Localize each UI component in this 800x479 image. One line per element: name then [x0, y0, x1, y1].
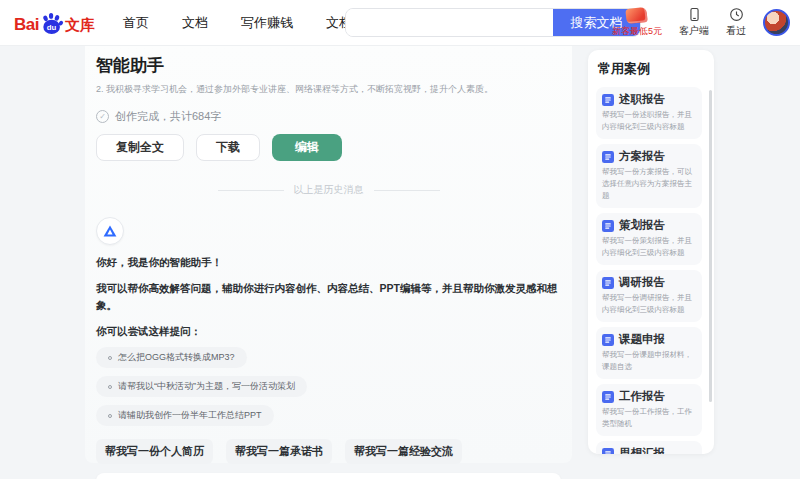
- document-icon: [602, 151, 614, 163]
- header: Bai du 文库 首页文档写作赚钱文档工具更多 搜索文档 新客最低5元: [0, 0, 800, 45]
- divider-line: [374, 190, 440, 191]
- bullet-circle-icon: [108, 385, 112, 389]
- case-title: 工作报告: [619, 390, 665, 403]
- history-divider: 以上是历史消息: [96, 183, 561, 197]
- assistant-message: 你好，我是你的智能助手！ 我可以帮你高效解答问题，辅助你进行内容创作、内容总结、…: [96, 217, 561, 426]
- quick-prompt-row: 帮我写一份个人简历帮我写一篇承诺书帮我写一篇经验交流: [96, 439, 561, 464]
- viewed-history-entry[interactable]: 看过: [726, 7, 746, 38]
- search-bar: 搜索文档: [345, 8, 641, 37]
- check-circle-icon: ✓: [96, 110, 109, 123]
- document-icon: [602, 391, 614, 403]
- header-actions: 新客最低5元 客户端 看过: [612, 0, 790, 45]
- message-input[interactable]: [96, 473, 511, 479]
- user-avatar[interactable]: [763, 9, 790, 36]
- case-card-header: 调研报告: [602, 276, 697, 289]
- nav-item[interactable]: 文档: [182, 14, 208, 32]
- copy-full-text-button[interactable]: 复制全文: [96, 134, 184, 161]
- case-title: 策划报告: [619, 219, 665, 232]
- sidebar-scrollbar[interactable]: [709, 90, 712, 402]
- suggestion-chip[interactable]: 请辅助我创作一份半年工作总结PPT: [96, 405, 274, 426]
- case-description: 帮我写一份工作报告，工作类型随机: [602, 406, 697, 430]
- case-card[interactable]: 思想汇报 帮我写一份思想汇报: [596, 441, 702, 454]
- clock-icon: [729, 7, 744, 22]
- document-icon: [602, 220, 614, 232]
- quick-prompt-chip[interactable]: 帮我写一篇经验交流: [345, 439, 462, 464]
- case-card-header: 方案报告: [602, 150, 697, 163]
- download-button[interactable]: 下载: [196, 134, 260, 161]
- case-card-header: 课题申报: [602, 333, 697, 346]
- case-description: 帮我写一份调研报告，并且内容细化到三级内容标题: [602, 292, 697, 316]
- baidu-paw-icon: du: [40, 11, 64, 35]
- suggestion-chip[interactable]: 怎么把OGG格式转换成MP3?: [96, 347, 247, 368]
- case-description: 帮我写一份课题申报材料，课题自选: [602, 349, 697, 373]
- case-description: 帮我写一份述职报告，并且内容细化到三级内容标题: [602, 109, 697, 133]
- result-actions: 复制全文 下载 编辑: [96, 134, 561, 161]
- document-icon: [602, 334, 614, 346]
- suggestion-chip[interactable]: 请帮我以“中秋活动”为主题，写一份活动策划: [96, 376, 307, 397]
- main-area: 智能助手 2. 我积极寻求学习机会，通过参加外部专业讲座、网络课程等方式，不断拓…: [0, 45, 800, 479]
- case-card-header: 述职报告: [602, 93, 697, 106]
- quick-prompt-chip[interactable]: 帮我写一篇承诺书: [226, 439, 332, 464]
- sidebar-title: 常用案例: [598, 60, 708, 78]
- bullet-circle-icon: [108, 356, 112, 360]
- case-title: 思想汇报: [619, 447, 665, 454]
- case-title: 述职报告: [619, 93, 665, 106]
- document-icon: [602, 448, 614, 455]
- case-card-header: 工作报告: [602, 390, 697, 403]
- viewed-label: 看过: [726, 24, 746, 38]
- edit-button[interactable]: 编辑: [272, 134, 342, 161]
- nav-item[interactable]: 写作赚钱: [241, 14, 293, 32]
- new-user-promo[interactable]: 新客最低5元: [612, 8, 662, 38]
- generation-status: ✓ 创作完成，共计684字: [96, 109, 561, 124]
- promo-label: 新客最低5元: [612, 25, 662, 38]
- case-card[interactable]: 方案报告 帮我写一份方案报告，可以选择任意内容为方案报告主题: [596, 144, 702, 208]
- client-label: 客户端: [679, 24, 709, 38]
- promo-mascot-icon: [626, 6, 648, 23]
- bullet-circle-icon: [108, 414, 112, 418]
- divider-text: 以上是历史消息: [294, 183, 364, 197]
- assistant-avatar: [96, 217, 124, 245]
- quick-prompt-chip[interactable]: 帮我写一份个人简历: [96, 439, 213, 464]
- suggestion-list: 怎么把OGG格式转换成MP3? 请帮我以“中秋活动”为主题，写一份活动策划 请辅…: [96, 347, 561, 426]
- greeting-line-2: 我可以帮你高效解答问题，辅助你进行内容创作、内容总结、PPT编辑等，并且帮助你激…: [96, 280, 561, 314]
- divider-line: [218, 190, 284, 191]
- wenku-ai-logo-icon: [103, 225, 117, 237]
- nav-item[interactable]: 首页: [123, 14, 149, 32]
- case-description: 帮我写一份方案报告，可以选择任意内容为方案报告主题: [602, 166, 697, 202]
- phone-icon: [687, 7, 702, 22]
- case-card[interactable]: 课题申报 帮我写一份课题申报材料，课题自选: [596, 327, 702, 379]
- document-icon: [602, 277, 614, 289]
- logo-text-wenku: 文库: [65, 16, 95, 35]
- message-input-box: 0/400 ↵: [96, 473, 561, 479]
- case-card[interactable]: 工作报告 帮我写一份工作报告，工作类型随机: [596, 384, 702, 436]
- suggestion-text: 请辅助我创作一份半年工作总结PPT: [118, 409, 262, 422]
- case-description: 帮我写一份策划报告，并且内容细化到三级内容标题: [602, 235, 697, 259]
- case-card-header: 策划报告: [602, 219, 697, 232]
- logo-text-bai: Bai: [14, 15, 39, 35]
- baidu-wenku-logo[interactable]: Bai du 文库: [14, 11, 95, 35]
- case-title: 课题申报: [619, 333, 665, 346]
- client-app-entry[interactable]: 客户端: [679, 7, 709, 38]
- history-message-text: 2. 我积极寻求学习机会，通过参加外部专业讲座、网络课程等方式，不断拓宽视野，提…: [96, 83, 561, 96]
- greeting-line-3: 你可以尝试这样提问：: [96, 323, 561, 340]
- case-title: 调研报告: [619, 276, 665, 289]
- common-cases-panel: 常用案例 述职报告 帮我写一份述职报告，并且内容细化到三级内容标题: [588, 50, 714, 454]
- case-card[interactable]: 调研报告 帮我写一份调研报告，并且内容细化到三级内容标题: [596, 270, 702, 322]
- case-card[interactable]: 策划报告 帮我写一份策划报告，并且内容细化到三级内容标题: [596, 213, 702, 265]
- search-input[interactable]: [346, 9, 553, 36]
- suggestion-text: 请帮我以“中秋活动”为主题，写一份活动策划: [118, 380, 295, 393]
- svg-text:du: du: [47, 22, 57, 31]
- assistant-panel: 智能助手 2. 我积极寻求学习机会，通过参加外部专业讲座、网络课程等方式，不断拓…: [85, 45, 572, 463]
- status-text: 创作完成，共计684字: [115, 109, 221, 124]
- page-title: 智能助手: [96, 45, 561, 77]
- case-card[interactable]: 述职报告 帮我写一份述职报告，并且内容细化到三级内容标题: [596, 87, 702, 139]
- greeting-line-1: 你好，我是你的智能助手！: [96, 254, 561, 271]
- suggestion-text: 怎么把OGG格式转换成MP3?: [118, 351, 235, 364]
- case-title: 方案报告: [619, 150, 665, 163]
- case-card-header: 思想汇报: [602, 447, 697, 454]
- case-list: 述职报告 帮我写一份述职报告，并且内容细化到三级内容标题 方案报告 帮我写一份方…: [596, 87, 708, 454]
- document-icon: [602, 94, 614, 106]
